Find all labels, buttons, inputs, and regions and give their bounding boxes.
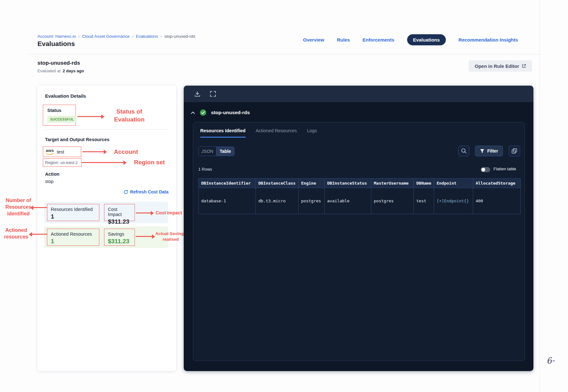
account-name: test — [57, 149, 64, 154]
card-divider — [44, 129, 169, 130]
target-resources-title: Target and Output Resources — [45, 137, 109, 142]
savings-box: Savings $311.23 — [104, 229, 135, 246]
cell-dbname: test — [414, 188, 434, 214]
col-dbinstanceidentifier: DBInstanceIdentifier — [199, 179, 256, 188]
region-annotation-box: Region: us-east-2 — [43, 158, 82, 167]
refresh-cost-data-label: Refresh Cost Data — [130, 189, 168, 194]
actioned-resources-value: 1 — [51, 238, 96, 245]
cell-allocatedstorage: 400 — [473, 188, 520, 214]
region-annotation-label: Region set — [129, 159, 170, 167]
col-dbname: DBName — [414, 179, 434, 188]
status-label: Status — [47, 108, 61, 113]
status-annotation-label: Status of Evaluation — [105, 108, 154, 123]
view-mode-toggle: JSON Table — [198, 147, 234, 156]
refresh-cost-data-link[interactable]: Refresh Cost Data — [123, 189, 168, 194]
filter-funnel-icon — [480, 149, 485, 154]
resources-annotation-label: Number of Resources identified — [3, 197, 34, 217]
account-annotation-box: aws test — [43, 147, 81, 157]
nav-tab-evaluations[interactable]: Evaluations — [407, 34, 446, 45]
cell-endpoint-expander[interactable]: [+]Endpoint{} — [434, 188, 473, 214]
view-json-segment[interactable]: JSON — [199, 147, 216, 156]
cell-dbinstanceidentifier: database-1 — [199, 188, 256, 214]
table-header-row: DBInstanceIdentifier DBInstanceClass Eng… — [199, 179, 521, 188]
nav-tab-rules[interactable]: Rules — [337, 37, 350, 42]
cost-impact-box: Cost Impact $311.23 — [104, 204, 135, 221]
nav-tab-recommendation-insights[interactable]: Recommendation Insights — [459, 37, 518, 42]
actioned-stats-panel: Actioned Resources 1 Savings $311.23 — [44, 226, 168, 248]
savings-label: Savings — [108, 232, 131, 237]
filter-label: Filter — [487, 148, 498, 154]
open-in-rule-editor-button[interactable]: Open in Rule Editor — [469, 60, 532, 72]
account-annotation-arrow — [83, 151, 104, 152]
evaluated-at-value: 2 days ago — [63, 69, 84, 73]
cell-dbinstancestatus: available — [325, 188, 371, 214]
tab-logs[interactable]: Logs — [307, 128, 317, 138]
cell-masterusername: postgres — [371, 188, 414, 214]
col-masterusername: MasterUsername — [371, 179, 414, 188]
col-dbinstanceclass: DBInstanceClass — [256, 179, 299, 188]
tab-resources-identified[interactable]: Resources Identified — [200, 128, 246, 138]
savings-value: $311.23 — [108, 238, 131, 245]
evaluation-details-title: Evaluation Details — [45, 93, 86, 99]
region-value: Region: us-east-2 — [45, 160, 78, 165]
resources-table: DBInstanceIdentifier DBInstanceClass Eng… — [198, 178, 521, 214]
success-check-icon — [200, 109, 207, 116]
evaluation-details-card: Evaluation Details Status SUCCESSFUL Tar… — [37, 86, 176, 371]
tab-actioned-resources[interactable]: Actioned Resources — [256, 128, 297, 138]
breadcrumb-separator: › — [78, 34, 80, 39]
resources-annotation-arrow — [33, 207, 47, 208]
cell-engine: postgres — [299, 188, 325, 214]
col-allocatedstorage: AllocatedStorage — [473, 179, 520, 188]
evaluated-at-label: Evaluated at: — [37, 69, 62, 73]
cost-impact-value: $311.23 — [108, 218, 131, 225]
view-table-segment[interactable]: Table — [216, 147, 234, 156]
breadcrumb-separator: › — [132, 34, 133, 39]
actioned-resources-label: Actioned Resources — [51, 232, 96, 237]
cost-impact-label: Cost Impact — [108, 207, 131, 217]
cost-impact-annotation-arrow — [136, 212, 151, 213]
breadcrumb-evaluations[interactable]: Evaluations — [136, 34, 158, 39]
col-dbinstancestatus: DBInstanceStatus — [325, 179, 371, 188]
copy-button[interactable] — [509, 146, 520, 156]
fullscreen-icon[interactable] — [210, 91, 216, 97]
panel-rule-name: stop-unused-rds — [211, 110, 250, 115]
nav-tab-overview[interactable]: Overview — [303, 37, 324, 42]
account-annotation-label: Account — [109, 148, 143, 156]
download-icon[interactable] — [194, 91, 201, 97]
results-tabs: Resources Identified Actioned Resources … — [200, 128, 317, 138]
breadcrumb-separator: › — [161, 34, 162, 39]
region-annotation-arrow — [82, 162, 124, 163]
savings-annotation-label: Actual Savings realised — [154, 231, 188, 242]
actioned-annotation-arrow — [32, 234, 47, 235]
actioned-annotation-label: Actioned resources — [1, 227, 31, 240]
filter-button[interactable]: Filter — [475, 146, 503, 156]
search-button[interactable] — [459, 146, 469, 156]
refresh-icon — [123, 190, 128, 194]
action-label: Action — [45, 172, 59, 177]
toggle-knob — [481, 168, 485, 172]
evaluated-at: Evaluated at: 2 days ago — [37, 69, 84, 73]
chevron-up-icon[interactable] — [191, 111, 195, 114]
status-annotation-arrow — [77, 116, 102, 117]
top-navigation: Overview Rules Enforcements Evaluations … — [303, 34, 518, 45]
panel-toolbar — [184, 86, 533, 102]
flatten-table-label: Flatten table — [493, 167, 516, 171]
header-divider — [29, 54, 540, 55]
breadcrumb-module[interactable]: Cloud Asset Governance — [82, 34, 129, 39]
open-in-rule-editor-label: Open in Rule Editor — [475, 63, 519, 69]
nav-tab-enforcements[interactable]: Enforcements — [363, 37, 394, 42]
cost-impact-annotation-label: Cost Impact — [153, 210, 185, 216]
breadcrumb-account[interactable]: Account: Harness.io — [37, 34, 76, 39]
status-annotation-box: Status SUCCESSFUL — [43, 105, 76, 126]
search-icon — [461, 148, 467, 154]
flatten-table-toggle[interactable] — [481, 167, 490, 172]
resources-identified-box: Resources Identified 1 — [47, 204, 99, 221]
resources-identified-label: Resources Identified — [51, 207, 96, 212]
aws-logo-text: aws — [46, 148, 54, 153]
aws-logo: aws — [46, 148, 54, 155]
action-value: stop — [45, 179, 53, 184]
page-title: Evaluations — [37, 40, 75, 48]
page-right-border — [539, 0, 540, 392]
status-badge: SUCCESSFUL — [47, 116, 77, 123]
col-engine: Engine — [299, 179, 325, 188]
